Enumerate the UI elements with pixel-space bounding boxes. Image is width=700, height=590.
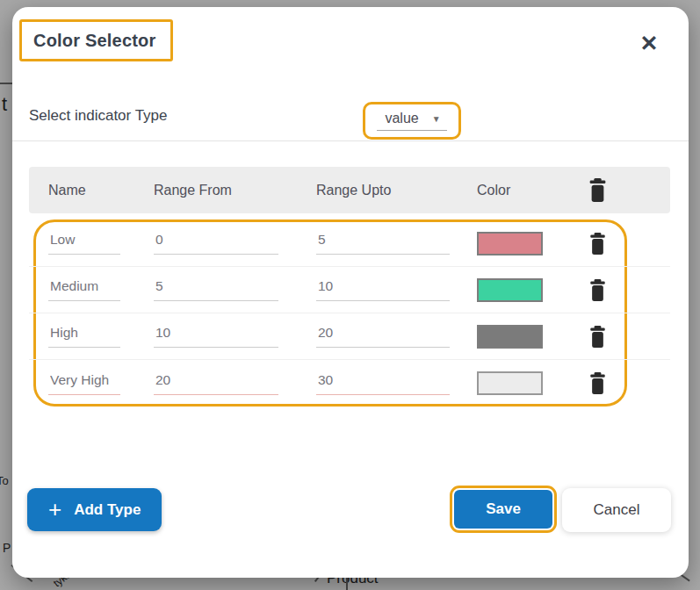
- delete-all-icon[interactable]: [585, 178, 610, 203]
- range-upto-input[interactable]: [316, 372, 450, 395]
- column-header-name: Name: [48, 183, 154, 198]
- dimmed-backdrop: t To P Product tyka Color Selector ✕ Sel…: [0, 0, 700, 590]
- background-text-fragment: P: [3, 541, 11, 555]
- indicator-type-select[interactable]: value ▼: [377, 111, 446, 131]
- range-from-input[interactable]: [154, 278, 278, 301]
- range-upto-input[interactable]: [316, 278, 450, 301]
- range-from-input[interactable]: [154, 325, 278, 348]
- section-divider: [12, 140, 689, 141]
- dropdown-highlight-box: value ▼: [363, 102, 461, 140]
- range-upto-input[interactable]: [316, 232, 450, 255]
- range-from-input[interactable]: [154, 232, 278, 255]
- add-type-button[interactable]: + Add Type: [27, 488, 162, 531]
- chevron-down-icon: ▼: [432, 114, 441, 124]
- name-input[interactable]: [48, 325, 120, 348]
- cancel-button[interactable]: Cancel: [562, 488, 671, 532]
- plus-icon: +: [48, 498, 61, 521]
- column-header-color: Color: [477, 183, 585, 198]
- column-header-range-from: Range From: [154, 183, 316, 198]
- background-text-fragment: To: [0, 474, 9, 487]
- background-text-fragment: t: [2, 93, 7, 116]
- range-from-input[interactable]: [154, 372, 278, 395]
- indicator-rows: [29, 220, 670, 407]
- delete-row-icon[interactable]: [585, 277, 610, 302]
- table-row: [29, 360, 670, 407]
- save-button[interactable]: Save: [454, 490, 552, 529]
- table-row: [29, 220, 670, 267]
- color-swatch[interactable]: [477, 371, 543, 395]
- color-swatch[interactable]: [477, 232, 543, 255]
- name-input[interactable]: [48, 278, 120, 301]
- close-icon[interactable]: ✕: [634, 28, 664, 58]
- name-input[interactable]: [48, 372, 120, 395]
- column-header-range-upto: Range Upto: [316, 183, 477, 198]
- selected-value: value: [385, 111, 418, 126]
- delete-row-icon[interactable]: [585, 231, 610, 255]
- color-selector-dialog: Color Selector ✕ Select indicator Type v…: [12, 7, 689, 578]
- save-highlight-box: Save: [450, 486, 557, 533]
- table-row: [29, 313, 670, 360]
- delete-row-icon[interactable]: [585, 371, 610, 396]
- name-input[interactable]: [48, 232, 120, 255]
- dialog-title: Color Selector: [33, 31, 156, 51]
- delete-row-icon[interactable]: [585, 324, 610, 349]
- color-swatch[interactable]: [477, 325, 543, 349]
- color-swatch[interactable]: [477, 278, 543, 302]
- indicator-type-label: Select indicator Type: [29, 107, 168, 125]
- title-highlight-box: Color Selector: [19, 19, 173, 61]
- background-line-fragment: [0, 83, 12, 84]
- range-upto-input[interactable]: [316, 325, 450, 348]
- table-header: Name Range From Range Upto Color: [29, 167, 670, 213]
- table-row: [29, 267, 670, 313]
